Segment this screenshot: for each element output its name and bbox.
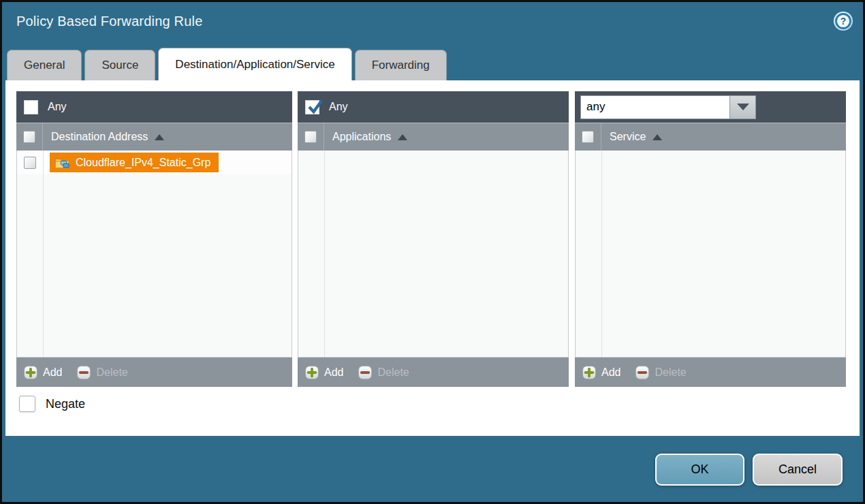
row-checkbox[interactable] [24, 157, 36, 169]
tab-general[interactable]: General [7, 50, 82, 80]
delete-button[interactable]: Delete [77, 366, 127, 379]
destination-column-header[interactable]: Destination Address [51, 131, 148, 143]
delete-label: Delete [96, 366, 127, 379]
gutter-divider [324, 151, 325, 357]
service-header-gutter [575, 123, 601, 151]
sort-ascending-icon [398, 134, 407, 140]
service-dropdown-value[interactable]: any [580, 95, 730, 119]
applications-panel: Any Applications [298, 91, 569, 387]
destination-select-all-checkbox[interactable] [23, 131, 35, 143]
add-button[interactable]: Add [582, 366, 620, 379]
gutter-divider [601, 151, 602, 357]
destination-list: Cloudflare_IPv4_Static_Grp [16, 151, 292, 357]
tab-content-area: Any Destination Address [5, 80, 860, 436]
applications-column-header[interactable]: Applications [332, 131, 391, 143]
cancel-button[interactable]: Cancel [753, 454, 843, 486]
service-dropdown-button[interactable] [730, 95, 756, 119]
question-mark-glyph: ? [840, 16, 847, 27]
destination-header-row: Destination Address [16, 123, 292, 151]
plus-icon [582, 366, 596, 379]
row-gutter [17, 151, 44, 174]
help-icon[interactable]: ? [832, 10, 854, 32]
service-column-header[interactable]: Service [610, 131, 646, 143]
destination-footer: Add Delete [16, 357, 292, 387]
policy-based-forwarding-rule-dialog: Policy Based Forwarding Rule ? General S… [0, 0, 865, 504]
negate-checkbox[interactable] [19, 396, 35, 412]
tab-bar: General Source Destination/Application/S… [7, 48, 447, 80]
service-select-all-checkbox[interactable] [582, 131, 594, 143]
add-label: Add [601, 366, 620, 379]
plus-icon [305, 366, 319, 379]
minus-icon [358, 366, 372, 379]
address-group-name: Cloudflare_IPv4_Static_Grp [76, 157, 210, 169]
applications-any-checkbox[interactable] [305, 100, 319, 114]
destination-any-bar: Any [16, 91, 292, 123]
applications-header-gutter [298, 123, 324, 151]
service-footer: Add Delete [575, 357, 846, 387]
tab-source[interactable]: Source [84, 50, 155, 80]
sort-ascending-icon [652, 134, 662, 140]
add-button[interactable]: Add [24, 366, 62, 379]
applications-select-all-checkbox[interactable] [304, 131, 317, 143]
destination-address-panel: Any Destination Address [16, 91, 292, 387]
add-label: Add [324, 366, 343, 379]
sort-ascending-icon [155, 134, 164, 140]
plus-icon [24, 366, 37, 379]
negate-label: Negate [46, 397, 85, 411]
ok-button[interactable]: OK [655, 454, 744, 486]
applications-list [298, 151, 569, 357]
applications-footer: Add Delete [298, 357, 569, 387]
tab-destination-application-service[interactable]: Destination/Application/Service [158, 48, 351, 80]
table-row[interactable]: Cloudflare_IPv4_Static_Grp [17, 151, 292, 174]
negate-option: Negate [19, 396, 85, 412]
minus-icon [77, 366, 91, 379]
delete-button[interactable]: Delete [358, 366, 409, 379]
service-dropdown-bar: any [575, 91, 846, 123]
service-header-row: Service [575, 123, 846, 151]
chevron-down-icon [737, 104, 749, 110]
applications-any-bar: Any [298, 91, 569, 123]
destination-any-label: Any [48, 101, 67, 113]
tab-forwarding[interactable]: Forwarding [355, 50, 447, 80]
add-button[interactable]: Add [305, 366, 343, 379]
dialog-title: Policy Based Forwarding Rule [16, 14, 203, 29]
gutter-divider [43, 151, 44, 357]
applications-any-label: Any [329, 101, 348, 113]
selected-address-group-chip[interactable]: Cloudflare_IPv4_Static_Grp [50, 153, 219, 172]
delete-label: Delete [377, 366, 409, 379]
service-dropdown[interactable]: any [580, 95, 756, 119]
destination-any-checkbox[interactable] [24, 100, 38, 114]
applications-header-row: Applications [298, 123, 569, 151]
delete-label: Delete [655, 366, 686, 379]
delete-button[interactable]: Delete [635, 366, 686, 379]
service-list [575, 151, 846, 357]
address-group-icon [54, 156, 70, 169]
destination-header-gutter [16, 123, 43, 151]
service-panel: any Service [575, 91, 846, 387]
minus-icon [635, 366, 649, 379]
add-label: Add [43, 366, 62, 379]
